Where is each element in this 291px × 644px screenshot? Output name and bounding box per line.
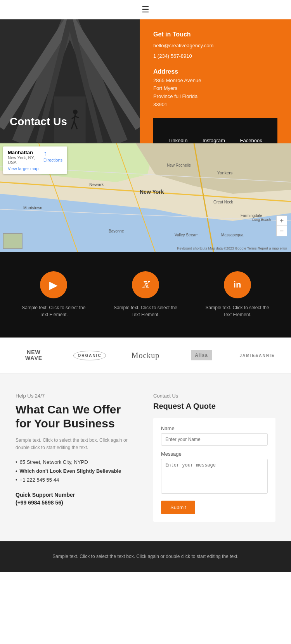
map-footer: Keyboard shortcuts Map data ©2023 Google… (177, 246, 287, 250)
instagram-link[interactable]: Instagram (203, 138, 225, 143)
social-icons-section: ▶ Sample text. Click to select the Text … (0, 252, 291, 337)
facebook-link[interactable]: Facebook (240, 138, 262, 143)
twitter-icon: 𝕏 (142, 280, 149, 290)
get-in-touch-heading: Get in Touch (153, 31, 277, 38)
linkedin-circle[interactable]: in (224, 271, 251, 298)
hero-section: Contact Us Get in Touch hello@creativeag… (0, 19, 291, 143)
svg-text:Valley Stream: Valley Stream (175, 233, 199, 237)
map-location-sub: New York, NY, USA (8, 155, 43, 165)
offer-description[interactable]: Sample text. Click to select the text bo… (16, 437, 138, 451)
logo-newwave: NEWWAVE (14, 350, 53, 362)
svg-text:Massapequa: Massapequa (221, 233, 244, 237)
offer-list-item-1: 65 Street, Network City, NYPD (16, 458, 138, 467)
message-field-group: Message (161, 451, 268, 495)
name-input[interactable] (161, 433, 268, 446)
zoom-in-button[interactable]: + (277, 216, 287, 226)
offer-right: Contact Us Request A Quote Name Message … (153, 393, 275, 522)
map-thumbnail (3, 233, 23, 249)
hero-phone: 1 (234) 567-8910 (153, 52, 277, 60)
offer-list-item-3: +1 222 545 55 44 (16, 475, 138, 484)
twitter-text[interactable]: Sample text. Click to select the Text El… (111, 304, 180, 318)
logo-organic: ORGANIC (70, 351, 109, 360)
logo-alisa: Alisa (182, 350, 221, 360)
offer-list-item-2: Which don't Look Even Slightly Believabl… (16, 467, 138, 475)
logo-jamie: JAMIE&ANNIE (238, 353, 277, 358)
offer-left: Help Us 24/7 What Can We Offer for Your … (16, 393, 138, 522)
address-line4: 33901 (153, 101, 277, 109)
offer-label: Help Us 24/7 (16, 393, 138, 399)
address-line2: Fort Myers (153, 84, 277, 93)
svg-text:Yonkers: Yonkers (217, 170, 233, 175)
svg-text:New Rochelle: New Rochelle (167, 163, 191, 167)
map-overlay: Manhattan New York, NY, USA View larger … (3, 146, 67, 174)
youtube-icon: ▶ (49, 279, 58, 291)
footer-text[interactable]: Sample text. Click to select the text bo… (8, 553, 283, 560)
youtube-circle[interactable]: ▶ (40, 271, 67, 298)
svg-text:Bayonne: Bayonne (109, 229, 124, 233)
svg-text:Long Beach: Long Beach (252, 218, 271, 222)
social-item-linkedin: in Sample text. Click to select the Text… (203, 271, 272, 318)
address-line3: Province full Florida (153, 93, 277, 101)
social-item-twitter: 𝕏 Sample text. Click to select the Text … (111, 271, 180, 318)
logo-mockup: Mockup (126, 351, 165, 360)
zoom-out-button[interactable]: − (277, 226, 287, 236)
svg-text:Newark: Newark (89, 182, 104, 187)
submit-button[interactable]: Submit (161, 501, 195, 514)
footer: Sample text. Click to select the text bo… (0, 541, 291, 572)
hero-title: Contact Us (10, 115, 67, 128)
view-larger-map-link[interactable]: View larger map (8, 166, 43, 171)
social-item-youtube: ▶ Sample text. Click to select the Text … (19, 271, 88, 318)
contact-form-title: Request A Quote (153, 402, 275, 411)
message-label: Message (161, 451, 268, 457)
contact-label: Contact Us (153, 393, 275, 399)
map-controls: + − (276, 215, 287, 236)
name-label: Name (161, 425, 268, 431)
svg-text:New York: New York (140, 189, 164, 195)
logos-section: NEWWAVE ORGANIC Mockup Alisa JAMIE&ANNIE (0, 337, 291, 374)
offer-list: 65 Street, Network City, NYPD Which don'… (16, 458, 138, 484)
svg-text:Farmingdale: Farmingdale (241, 214, 262, 218)
message-input[interactable] (161, 459, 268, 494)
offer-title[interactable]: What Can We Offer for Your Business (16, 403, 138, 430)
linkedin-text[interactable]: Sample text. Click to select the Text El… (203, 304, 272, 318)
top-nav: ☰ (0, 0, 291, 19)
offer-section: Help Us 24/7 What Can We Offer for Your … (0, 374, 291, 541)
youtube-text[interactable]: Sample text. Click to select the Text El… (19, 304, 88, 318)
map-location-name: Manhattan (8, 150, 43, 155)
twitter-circle[interactable]: 𝕏 (132, 271, 159, 298)
map-section: New York Yonkers Newark Parsippany New R… (0, 143, 291, 252)
linkedin-icon: in (234, 280, 241, 290)
offer-support: Quick Support Number(+99 6984 5698 56) (16, 491, 138, 506)
linkedin-link[interactable]: LinkedIn (168, 138, 187, 143)
svg-text:Great Neck: Great Neck (213, 200, 234, 204)
contact-form-box: Name Message Submit (153, 418, 275, 522)
address-heading: Address (153, 68, 277, 75)
hamburger-icon[interactable]: ☰ (142, 5, 149, 15)
hero-image: Contact Us (0, 19, 140, 143)
address-line1: 2865 Monroe Avenue (153, 77, 277, 85)
hero-info: Get in Touch hello@creativeagency.com 1 … (140, 19, 291, 143)
hero-email: hello@creativeagency.com (153, 42, 277, 50)
svg-text:Morristown: Morristown (23, 206, 42, 210)
svg-point-8 (73, 110, 78, 114)
directions-button[interactable]: ↑ Directions (43, 150, 62, 162)
name-field-group: Name (161, 425, 268, 446)
